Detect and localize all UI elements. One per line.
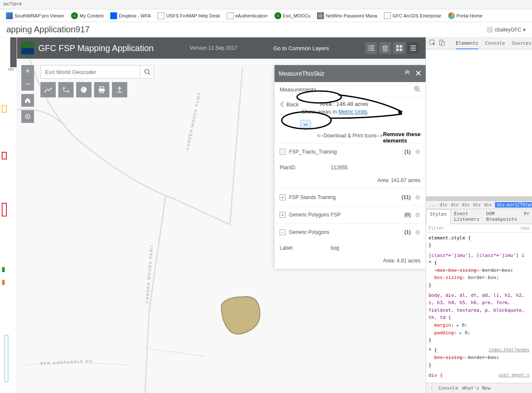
svg-rect-25 (100, 91, 103, 93)
search-button[interactable] (140, 65, 154, 79)
route-tool[interactable] (58, 82, 74, 97)
svg-point-16 (45, 91, 46, 93)
tab-console[interactable]: Console (485, 40, 505, 46)
gear-icon[interactable]: ⚙ (415, 229, 420, 236)
zoom-in-button[interactable]: + (21, 65, 34, 78)
devtools-subtabs: Styles Event Listeners DOM Breakpoints P… (426, 209, 532, 224)
app-header: GFC FSP Mapping Application Version 13 S… (17, 37, 426, 59)
layer-count: (11) (402, 194, 411, 200)
svg-point-18 (63, 87, 65, 89)
svg-rect-5 (2, 267, 5, 272)
map-area: GFC FSP Mapping Application Version 13 S… (17, 37, 426, 393)
inspect-icon[interactable] (429, 40, 435, 47)
devtools-breadcrumb[interactable]: ...divdivdivdivdivdiv.esriCTStan (426, 201, 532, 209)
svg-rect-6 (2, 280, 5, 285)
svg-point-19 (67, 91, 69, 92)
home-button[interactable] (21, 94, 34, 107)
devtools-styles[interactable]: element.style {} [class*='jimu'], [class… (426, 233, 532, 383)
bookmark-eauth[interactable]: eAuthentication (225, 11, 269, 20)
favicon-icon (6, 12, 13, 19)
bookmark-netwrix[interactable]: NetWrix Password Mana (315, 11, 379, 20)
layer-name: FSP_Tracts_Training (289, 149, 337, 155)
layer-name: Generic Polygons (289, 229, 329, 235)
devtools-filter-row: Filter :hov (426, 224, 532, 233)
svg-rect-9 (400, 45, 402, 48)
gear-icon[interactable]: ⚙ (415, 211, 420, 218)
url-bar: ler/?id=4 (0, 0, 532, 9)
user-menu[interactable]: cbaileyGFC ▾ (487, 27, 526, 33)
close-icon[interactable] (415, 70, 421, 77)
bookmark-southwrap[interactable]: SouthWRAP pro Viewer (4, 11, 66, 20)
favicon-icon (448, 12, 455, 19)
expand-box[interactable]: + (280, 194, 286, 200)
collapse-icon[interactable] (404, 70, 410, 77)
svg-point-14 (145, 69, 149, 74)
svg-rect-0 (10, 37, 17, 67)
tab-event-listeners[interactable]: Event Listeners (451, 209, 483, 224)
print-tool[interactable] (94, 82, 109, 97)
favicon-icon (384, 12, 391, 19)
zoom-icon[interactable] (414, 85, 420, 94)
palette-tool[interactable] (76, 82, 92, 97)
upload-tool[interactable] (112, 82, 127, 97)
tab-elements[interactable]: Elements (456, 40, 478, 49)
expand-box[interactable]: + (280, 212, 286, 218)
layer-area: Area: 141.67 acres (275, 174, 426, 188)
layers-icon[interactable] (379, 42, 391, 54)
devtools-dom-tree[interactable] (426, 49, 532, 196)
svg-rect-23 (100, 87, 104, 89)
tab-sources[interactable]: Sources (512, 40, 531, 46)
svg-rect-3 (2, 152, 6, 159)
tab-styles[interactable]: Styles (426, 209, 451, 224)
map-tool-bar (40, 82, 127, 97)
app-logo (21, 42, 34, 54)
common-layers-link[interactable]: Go to Common Layers (273, 45, 329, 51)
zoom-out-button[interactable]: − (21, 78, 34, 91)
tab-properties[interactable]: Pr (521, 209, 532, 224)
bookmark-esrimoocs[interactable]: Esri_MOOCs (273, 11, 312, 20)
collapse-box[interactable]: − (280, 229, 286, 235)
layer-name: Generic Polygons FSP (289, 212, 340, 218)
measurements-label: Measurements (280, 86, 316, 93)
search-input[interactable] (40, 65, 140, 79)
bookmark-mycontent[interactable]: My Content (69, 11, 105, 20)
svg-point-22 (83, 91, 83, 91)
panel-title: MeasureThisSkiz (279, 70, 324, 77)
draw-tool[interactable] (40, 82, 56, 97)
bookmark-gfc-arcgis[interactable]: GFC ArcGIS Enterprise (382, 11, 443, 20)
device-icon[interactable] (439, 40, 445, 47)
list-icon[interactable] (365, 42, 377, 54)
back-button[interactable]: Back (280, 101, 299, 108)
svg-point-17 (51, 88, 52, 89)
devtools-panel: Elements Console Sources ...divdivdivdiv… (426, 37, 532, 393)
bookmark-dropbox[interactable]: Dropbox - WFA (109, 11, 152, 20)
svg-line-29 (418, 90, 420, 92)
gear-icon[interactable]: ⚙ (415, 194, 420, 201)
hov-toggle[interactable]: :hov (519, 226, 529, 231)
bookmark-usfs[interactable]: USFS ForMAP Help Desk (156, 11, 221, 20)
planid-value: 112855 (331, 165, 348, 171)
gear-icon[interactable]: ⚙ (415, 148, 420, 155)
menu-icon[interactable] (407, 42, 419, 54)
map-canvas[interactable]: CAMDEN WOODS PKWY CAMDEN WOODS PKWY BEN … (17, 59, 426, 393)
bookmark-portal[interactable]: Portal Home (446, 11, 484, 20)
grid-icon[interactable] (393, 42, 405, 54)
road-label: CAMDEN WOODS PKWY (145, 244, 154, 304)
footer-whatsnew[interactable]: What's New (462, 385, 490, 391)
favicon-icon (227, 12, 234, 19)
left-edge-panel: ute (0, 37, 17, 393)
svg-rect-10 (396, 48, 399, 51)
chevron-down-icon: ▾ (523, 27, 526, 33)
svg-rect-4 (2, 203, 6, 216)
metric-units-link[interactable]: Metric Units (338, 108, 368, 115)
footer-console[interactable]: Console (438, 385, 458, 391)
dropdown-button[interactable] (300, 120, 311, 129)
zoom-controls: + − (21, 65, 34, 123)
locate-button[interactable] (21, 110, 34, 123)
layer-area: Area: 4.81 acres (275, 254, 426, 269)
svg-text:ute: ute (8, 67, 14, 71)
filter-input[interactable]: Filter (429, 226, 444, 231)
collapse-box[interactable]: − (280, 149, 286, 155)
tab-dom-breakpoints[interactable]: DOM Breakpoints (483, 209, 521, 224)
svg-rect-11 (400, 48, 402, 51)
